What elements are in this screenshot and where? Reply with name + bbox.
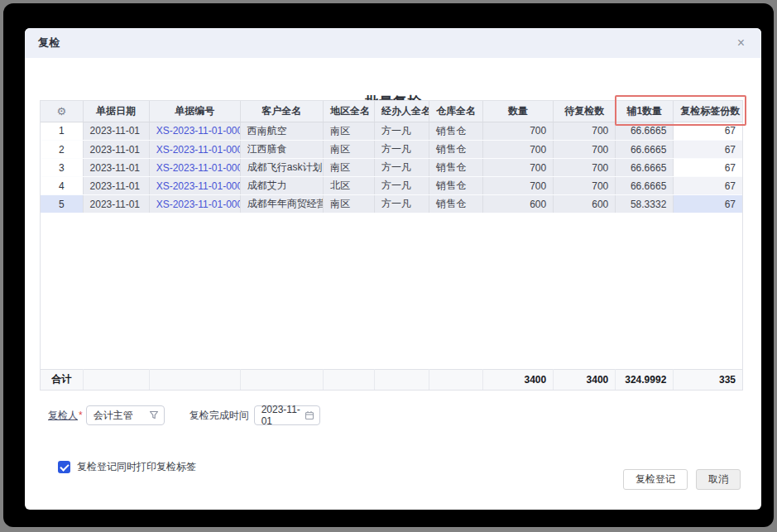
reviewer-label: 复检人 bbox=[48, 409, 78, 423]
register-button[interactable]: 复检登记 bbox=[623, 469, 688, 490]
cell-pending: 700 bbox=[554, 122, 616, 141]
time-value: 2023-11-01 bbox=[261, 404, 305, 427]
cell-pending: 700 bbox=[554, 141, 616, 159]
cell-date: 2023-11-01 bbox=[83, 159, 149, 177]
reviewer-input[interactable]: 会计主管 bbox=[86, 405, 165, 425]
total-pending: 3400 bbox=[554, 369, 616, 390]
total-docno bbox=[149, 369, 240, 390]
cell-docno[interactable]: XS-2023-11-01-00047 bbox=[149, 122, 240, 141]
cell-qty: 700 bbox=[483, 177, 554, 195]
cell-qty: 600 bbox=[483, 195, 554, 213]
column-header-customer: 客户全名 bbox=[240, 101, 323, 122]
cell-labels[interactable]: 67 bbox=[674, 141, 742, 159]
total-qty: 3400 bbox=[483, 369, 554, 390]
cell-docno[interactable]: XS-2023-11-01-00050 bbox=[149, 177, 240, 195]
column-header-handler: 经办人全名 bbox=[374, 101, 429, 122]
cell-date: 2023-11-01 bbox=[83, 195, 149, 213]
app-window-overlay: 复检 × 批量复检 ⚙单据日期单据编号客户全名地区全名经办人全名仓库全名数量待复… bbox=[3, 3, 774, 527]
cell-date: 2023-11-01 bbox=[83, 141, 149, 159]
cell-qty: 700 bbox=[483, 141, 554, 159]
time-input[interactable]: 2023-11-01 bbox=[254, 405, 320, 425]
dialog-title: 复检 bbox=[38, 36, 60, 50]
total-warehouse bbox=[429, 369, 483, 390]
column-header-labels: 复检标签份数 bbox=[674, 101, 742, 122]
cell-labels[interactable]: 67 bbox=[674, 159, 742, 177]
calendar-icon[interactable] bbox=[305, 410, 314, 420]
cell-aux: 66.6665 bbox=[616, 177, 674, 195]
column-header-docno: 单据编号 bbox=[149, 101, 240, 122]
table-row[interactable]: 42023-11-01XS-2023-11-01-00050成都艾力北区方一凡销… bbox=[41, 177, 742, 195]
cell-idx: 3 bbox=[41, 159, 83, 177]
dialog-titlebar: 复检 × bbox=[25, 28, 761, 58]
total-aux: 324.9992 bbox=[616, 369, 674, 390]
close-icon[interactable]: × bbox=[734, 35, 748, 51]
table-row[interactable]: 12023-11-01XS-2023-11-01-00047西南航空南区方一凡销… bbox=[41, 122, 742, 141]
cell-idx: 5 bbox=[41, 195, 83, 213]
total-customer bbox=[240, 369, 323, 390]
cell-region: 南区 bbox=[323, 122, 374, 141]
cell-labels[interactable]: 67 bbox=[674, 177, 742, 195]
column-header-region: 地区全名 bbox=[323, 101, 374, 122]
cell-labels[interactable]: 67 bbox=[674, 122, 742, 141]
print-label-option: 复检登记同时打印复检标签 bbox=[58, 460, 196, 474]
cell-customer: 成都艾力 bbox=[240, 177, 323, 195]
cell-customer: 江西膳食 bbox=[240, 141, 323, 159]
cell-region: 南区 bbox=[323, 141, 374, 159]
column-header-date: 单据日期 bbox=[83, 101, 149, 122]
column-header-qty: 数量 bbox=[483, 101, 554, 122]
cell-pending: 700 bbox=[554, 159, 616, 177]
table-header: ⚙单据日期单据编号客户全名地区全名经办人全名仓库全名数量待复检数辅1数量复检标签… bbox=[41, 101, 742, 122]
column-header-aux: 辅1数量 bbox=[616, 101, 674, 122]
reviewer-value: 会计主管 bbox=[94, 409, 149, 423]
cell-aux: 66.6665 bbox=[616, 159, 674, 177]
total-labels: 335 bbox=[674, 369, 742, 390]
cell-qty: 700 bbox=[483, 159, 554, 177]
cell-warehouse: 销售仓 bbox=[429, 177, 483, 195]
cell-pending: 600 bbox=[554, 195, 616, 213]
table-row[interactable]: 52023-11-01XS-2023-11-01-00051成都年年商贸经营部南… bbox=[41, 195, 742, 213]
cell-region: 南区 bbox=[323, 195, 374, 213]
time-label: 复检完成时间 bbox=[189, 409, 249, 423]
cell-warehouse: 销售仓 bbox=[429, 141, 483, 159]
cell-warehouse: 销售仓 bbox=[429, 195, 483, 213]
cell-warehouse: 销售仓 bbox=[429, 122, 483, 141]
table-row[interactable]: 22023-11-01XS-2023-11-01-00048江西膳食南区方一凡销… bbox=[41, 141, 742, 159]
print-label-checkbox[interactable] bbox=[58, 461, 70, 473]
total-region bbox=[323, 369, 374, 390]
required-mark: * bbox=[79, 410, 83, 421]
cell-handler: 方一凡 bbox=[374, 177, 429, 195]
cancel-button[interactable]: 取消 bbox=[696, 469, 741, 490]
cell-aux: 58.3332 bbox=[616, 195, 674, 213]
gear-icon[interactable]: ⚙ bbox=[56, 105, 66, 117]
cell-aux: 66.6665 bbox=[616, 141, 674, 159]
column-header-pending: 待复检数 bbox=[554, 101, 616, 122]
total-label: 合计 bbox=[41, 369, 83, 390]
print-label-text: 复检登记同时打印复检标签 bbox=[77, 460, 196, 474]
cell-warehouse: 销售仓 bbox=[429, 159, 483, 177]
cell-idx: 4 bbox=[41, 177, 83, 195]
cell-date: 2023-11-01 bbox=[83, 122, 149, 141]
cell-labels[interactable]: 67 bbox=[674, 195, 742, 213]
cell-customer: 成都年年商贸经营部 bbox=[240, 195, 323, 213]
table-row[interactable]: 32023-11-01XS-2023-11-01-00049成都飞行ask计划南… bbox=[41, 159, 742, 177]
cell-qty: 700 bbox=[483, 122, 554, 141]
cell-handler: 方一凡 bbox=[374, 195, 429, 213]
cell-region: 北区 bbox=[323, 177, 374, 195]
cell-handler: 方一凡 bbox=[374, 159, 429, 177]
cell-handler: 方一凡 bbox=[374, 141, 429, 159]
cell-aux: 66.6665 bbox=[616, 122, 674, 141]
recheck-dialog: 复检 × 批量复检 ⚙单据日期单据编号客户全名地区全名经办人全名仓库全名数量待复… bbox=[25, 28, 761, 510]
cell-customer: 西南航空 bbox=[240, 122, 323, 141]
cell-idx: 1 bbox=[41, 122, 83, 141]
cell-docno[interactable]: XS-2023-11-01-00048 bbox=[149, 141, 240, 159]
table-total: 合计34003400324.9992335 bbox=[41, 369, 742, 391]
cell-docno[interactable]: XS-2023-11-01-00049 bbox=[149, 159, 240, 177]
cell-idx: 2 bbox=[41, 141, 83, 159]
filter-icon[interactable] bbox=[149, 410, 159, 420]
total-handler bbox=[374, 369, 429, 390]
column-settings-header[interactable]: ⚙ bbox=[41, 101, 83, 122]
total-date bbox=[83, 369, 149, 390]
table-empty-area bbox=[41, 213, 742, 369]
cell-pending: 700 bbox=[554, 177, 616, 195]
cell-docno[interactable]: XS-2023-11-01-00051 bbox=[149, 195, 240, 213]
